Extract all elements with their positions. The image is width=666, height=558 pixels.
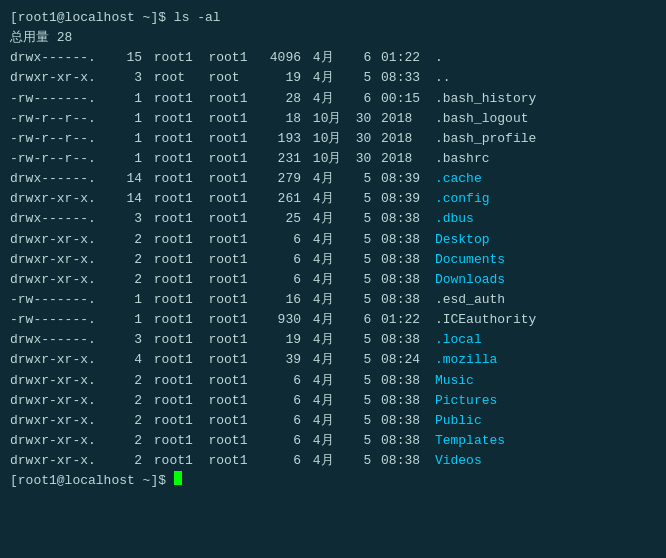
file-time: 01:22 [381, 48, 425, 68]
file-owner: root1 [154, 431, 209, 451]
file-name: .config [435, 189, 490, 209]
file-group: root1 [208, 290, 263, 310]
last-prompt-text: [root1@localhost ~]$ [10, 471, 174, 491]
file-size: 231 [263, 149, 301, 169]
file-size: 279 [263, 169, 301, 189]
file-owner: root1 [154, 169, 209, 189]
file-links: 1 [120, 310, 142, 330]
file-month: 4月 [313, 391, 349, 411]
file-day: 30 [349, 129, 371, 149]
file-size: 6 [263, 230, 301, 250]
file-name: .dbus [435, 209, 474, 229]
file-size: 19 [263, 68, 301, 88]
file-month: 4月 [313, 431, 349, 451]
list-item: drwxr-xr-x.2 root1 root1 6 4月 5 08:38 Pi… [10, 391, 656, 411]
file-group: root1 [208, 350, 263, 370]
file-month: 4月 [313, 451, 349, 471]
file-permissions: -rw-------. [10, 310, 120, 330]
file-time: 08:38 [381, 391, 425, 411]
file-month: 4月 [313, 310, 349, 330]
file-owner: root1 [154, 391, 209, 411]
file-owner: root1 [154, 290, 209, 310]
file-group: root1 [208, 109, 263, 129]
file-links: 1 [120, 129, 142, 149]
file-time: 08:38 [381, 431, 425, 451]
file-group: root1 [208, 89, 263, 109]
file-month: 4月 [313, 270, 349, 290]
last-prompt-line: [root1@localhost ~]$ [10, 471, 656, 491]
file-owner: root1 [154, 209, 209, 229]
file-name: .mozilla [435, 350, 497, 370]
file-month: 4月 [313, 169, 349, 189]
terminal: [root1@localhost ~]$ ls -al 总用量 28 drwx-… [10, 8, 656, 550]
file-size: 261 [263, 189, 301, 209]
file-day: 5 [349, 189, 371, 209]
file-size: 25 [263, 209, 301, 229]
file-size: 28 [263, 89, 301, 109]
list-item: drwx------.15 root1 root1 4096 4月 6 01:2… [10, 48, 656, 68]
file-day: 5 [349, 290, 371, 310]
file-name: .bash_history [435, 89, 536, 109]
list-item: drwx------.3 root1 root1 19 4月 5 08:38 .… [10, 330, 656, 350]
file-size: 18 [263, 109, 301, 129]
file-group: root1 [208, 129, 263, 149]
file-time: 08:38 [381, 230, 425, 250]
file-group: root1 [208, 189, 263, 209]
file-group: root1 [208, 270, 263, 290]
list-item: -rw-------.1 root1 root1 930 4月 6 01:22 … [10, 310, 656, 330]
file-size: 6 [263, 411, 301, 431]
file-size: 19 [263, 330, 301, 350]
total-line: 总用量 28 [10, 28, 656, 48]
file-permissions: drwxr-xr-x. [10, 411, 120, 431]
file-owner: root1 [154, 250, 209, 270]
file-permissions: drwxr-xr-x. [10, 431, 120, 451]
total-text: 总用量 28 [10, 28, 72, 48]
file-size: 6 [263, 270, 301, 290]
list-item: -rw-------.1 root1 root1 28 4月 6 00:15 .… [10, 89, 656, 109]
file-time: 00:15 [381, 89, 425, 109]
file-links: 3 [120, 209, 142, 229]
file-permissions: drwxr-xr-x. [10, 371, 120, 391]
file-group: root [208, 68, 263, 88]
file-time: 08:38 [381, 250, 425, 270]
file-links: 3 [120, 68, 142, 88]
file-group: root1 [208, 310, 263, 330]
file-links: 2 [120, 270, 142, 290]
cursor [174, 471, 182, 485]
list-item: drwxr-xr-x.2 root1 root1 6 4月 5 08:38 De… [10, 230, 656, 250]
file-group: root1 [208, 391, 263, 411]
file-month: 4月 [313, 350, 349, 370]
file-owner: root1 [154, 411, 209, 431]
file-name: .bashrc [435, 149, 490, 169]
file-permissions: -rw-r--r--. [10, 149, 120, 169]
file-size: 4096 [263, 48, 301, 68]
list-item: drwx------.14 root1 root1 279 4月 5 08:39… [10, 169, 656, 189]
file-size: 6 [263, 451, 301, 471]
file-day: 5 [349, 391, 371, 411]
file-time: 2018 [381, 149, 425, 169]
file-links: 2 [120, 230, 142, 250]
file-day: 6 [349, 310, 371, 330]
file-name: Downloads [435, 270, 505, 290]
file-day: 5 [349, 411, 371, 431]
file-group: root1 [208, 230, 263, 250]
file-month: 4月 [313, 290, 349, 310]
file-group: root1 [208, 169, 263, 189]
file-group: root1 [208, 48, 263, 68]
file-permissions: drwxr-xr-x. [10, 270, 120, 290]
file-time: 01:22 [381, 310, 425, 330]
file-group: root1 [208, 371, 263, 391]
file-month: 4月 [313, 68, 349, 88]
file-owner: root1 [154, 230, 209, 250]
file-permissions: -rw-------. [10, 290, 120, 310]
file-permissions: drwxr-xr-x. [10, 250, 120, 270]
file-month: 4月 [313, 230, 349, 250]
file-links: 2 [120, 411, 142, 431]
file-links: 15 [120, 48, 142, 68]
file-name: .. [435, 68, 451, 88]
file-owner: root1 [154, 270, 209, 290]
file-group: root1 [208, 431, 263, 451]
file-owner: root1 [154, 149, 209, 169]
file-links: 2 [120, 451, 142, 471]
file-name: Music [435, 371, 474, 391]
